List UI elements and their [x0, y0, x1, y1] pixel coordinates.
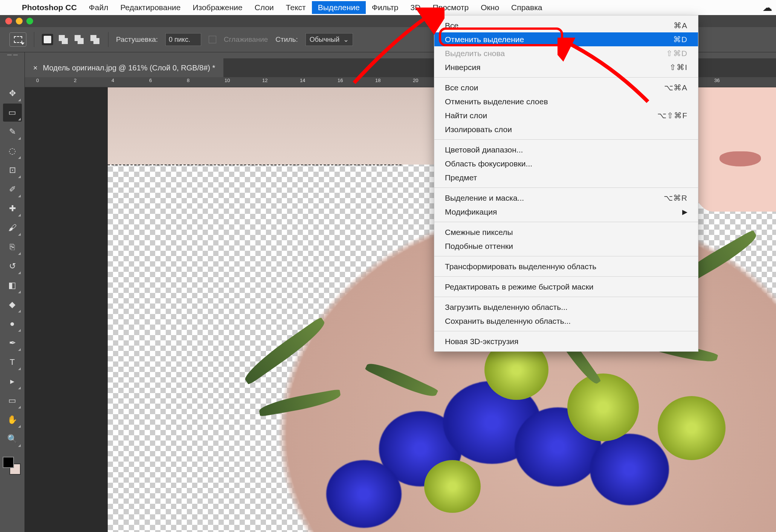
- marquee-icon: [14, 36, 22, 43]
- dodge-tool[interactable]: ●: [3, 315, 22, 333]
- menu-shortcut: ⌘A: [674, 21, 687, 30]
- menu-shortcut: ⌥⇧⌘F: [657, 111, 687, 120]
- menu-item-label: Область фокусировки...: [445, 159, 532, 168]
- new-selection-mode[interactable]: [42, 34, 53, 45]
- menu-item-подобные-оттенки[interactable]: Подобные оттенки: [434, 239, 698, 253]
- menu-item-найти-слои[interactable]: Найти слои⌥⇧⌘F: [434, 108, 698, 122]
- menu-item-редактировать-в-режиме-быстрой-маски[interactable]: Редактировать в режиме быстрой маски: [434, 280, 698, 294]
- foreground-color-swatch[interactable]: [3, 457, 14, 468]
- menu-shortcut: ⇧⌘I: [669, 63, 687, 72]
- eraser-tool-icon: ◧: [8, 280, 16, 290]
- window-minimize-button[interactable]: [16, 18, 23, 24]
- menu-item-все-слои[interactable]: Все слои⌥⌘A: [434, 81, 698, 95]
- menu-item-label: Выделение и маска...: [445, 194, 524, 203]
- menu-separator: [434, 331, 698, 331]
- menu-item-область-фокусировки...[interactable]: Область фокусировки...: [434, 157, 698, 171]
- app-name[interactable]: Photoshop CC: [16, 1, 83, 14]
- window-zoom-button[interactable]: [26, 18, 33, 24]
- document-title: Модель оригинал.jpg @ 161% (Слой 0, RGB/…: [43, 64, 215, 72]
- menu-item-изолировать-слои[interactable]: Изолировать слои: [434, 122, 698, 136]
- menu-item-предмет[interactable]: Предмет: [434, 171, 698, 184]
- menu-item-загрузить-выделенную-область...[interactable]: Загрузить выделенную область...: [434, 300, 698, 314]
- menu-item-трансформировать-выделенную-область[interactable]: Трансформировать выделенную область: [434, 259, 698, 273]
- close-tab-icon[interactable]: ×: [33, 64, 38, 72]
- ruler-tick: 18: [375, 78, 380, 83]
- selection-menu-dropdown: Все⌘AОтменить выделение⌘DВыделить снова⇧…: [434, 15, 698, 352]
- menu-item-инверсия[interactable]: Инверсия⇧⌘I: [434, 60, 698, 74]
- eraser-tool[interactable]: ◧: [3, 276, 22, 294]
- path-select-tool[interactable]: ▸: [3, 372, 22, 390]
- shape-tool[interactable]: ▭: [3, 392, 22, 410]
- menu-separator: [434, 187, 698, 188]
- marquee-tool[interactable]: ▭: [3, 104, 22, 122]
- intersect-selection-mode[interactable]: [89, 34, 101, 45]
- menu-item-label: Трансформировать выделенную область: [445, 262, 596, 271]
- menu-item-label: Сохранить выделенную область...: [445, 317, 571, 326]
- tool-preset-picker[interactable]: [9, 32, 26, 47]
- menu-separator: [434, 276, 698, 277]
- quick-select-tool[interactable]: ◌: [3, 142, 22, 160]
- stamp-tool[interactable]: ⎘: [3, 238, 22, 256]
- ruler-tick: 12: [262, 78, 267, 83]
- crop-tool-icon: ⊡: [9, 165, 16, 175]
- menu-item-новая-3d-экструзия[interactable]: Новая 3D-экструзия: [434, 334, 698, 348]
- crop-tool[interactable]: ⊡: [3, 161, 22, 179]
- menu-item-label: Отменить выделение слоев: [445, 97, 548, 106]
- menu-текст[interactable]: Текст: [280, 1, 312, 14]
- eyedropper-tool[interactable]: ✐: [3, 180, 22, 198]
- style-value: Обычный: [310, 36, 340, 44]
- move-tool[interactable]: ✥: [3, 84, 22, 102]
- cc-sync-icon[interactable]: ☁: [762, 2, 772, 14]
- menu-separator: [434, 139, 698, 140]
- menu-item-отменить-выделение-слоев[interactable]: Отменить выделение слоев: [434, 95, 698, 108]
- pen-tool[interactable]: ✒: [3, 334, 22, 352]
- menu-item-смежные-пикселы[interactable]: Смежные пикселы: [434, 225, 698, 239]
- menu-окно[interactable]: Окно: [475, 1, 505, 14]
- add-selection-mode[interactable]: [58, 34, 69, 45]
- menu-выделение[interactable]: Выделение: [312, 1, 366, 14]
- lasso-tool[interactable]: ✎: [3, 123, 22, 141]
- toolbox: ✥▭✎◌⊡✐✚🖌⎘↺◧◆●✒T▸▭✋🔍: [0, 52, 25, 532]
- menu-item-выделение-и-маска...[interactable]: Выделение и маска...⌥⌘R: [434, 191, 698, 205]
- menu-separator: [434, 256, 698, 256]
- healing-tool[interactable]: ✚: [3, 200, 22, 218]
- menu-item-все[interactable]: Все⌘A: [434, 18, 698, 32]
- history-brush-tool[interactable]: ↺: [3, 257, 22, 275]
- menu-редактирование[interactable]: Редактирование: [114, 1, 186, 14]
- style-select[interactable]: Обычный ⌄: [306, 33, 353, 46]
- menu-просмотр[interactable]: Просмотр: [426, 1, 475, 14]
- antialias-label: Сглаживание: [224, 35, 268, 44]
- feather-input[interactable]: [165, 33, 201, 46]
- paint-bucket-tool[interactable]: ◆: [3, 296, 22, 314]
- menu-item-label: Предмет: [445, 173, 477, 182]
- zoom-tool-icon: 🔍: [7, 434, 17, 444]
- move-tool-icon: ✥: [9, 88, 16, 98]
- type-tool[interactable]: T: [3, 353, 22, 371]
- mac-menubar: Photoshop CC ФайлРедактированиеИзображен…: [0, 0, 776, 15]
- stamp-tool-icon: ⎘: [10, 242, 15, 252]
- ruler-tick: 6: [149, 78, 152, 83]
- menu-слои[interactable]: Слои: [249, 1, 280, 14]
- zoom-tool[interactable]: 🔍: [3, 430, 22, 448]
- menu-item-label: Цветовой диапазон...: [445, 145, 523, 154]
- menu-item-цветовой-диапазон...[interactable]: Цветовой диапазон...: [434, 143, 698, 157]
- menu-изображение[interactable]: Изображение: [186, 1, 248, 14]
- window-close-button[interactable]: [5, 18, 12, 24]
- menu-separator: [434, 222, 698, 222]
- hand-tool[interactable]: ✋: [3, 411, 22, 429]
- subtract-selection-mode[interactable]: [73, 34, 85, 45]
- menu-3d[interactable]: 3D: [405, 1, 427, 14]
- menu-справка[interactable]: Справка: [505, 1, 548, 14]
- menu-файл[interactable]: Файл: [83, 1, 115, 14]
- menu-item-модификация[interactable]: Модификация▶: [434, 205, 698, 219]
- menu-shortcut: ⌥⌘R: [664, 194, 687, 203]
- brush-tool[interactable]: 🖌: [3, 219, 22, 237]
- document-tab[interactable]: × Модель оригинал.jpg @ 161% (Слой 0, RG…: [25, 58, 223, 77]
- menu-item-отменить-выделение[interactable]: Отменить выделение⌘D: [434, 32, 698, 46]
- menu-фильтр[interactable]: Фильтр: [366, 1, 405, 14]
- menu-item-сохранить-выделенную-область...[interactable]: Сохранить выделенную область...: [434, 314, 698, 328]
- fg-bg-colors[interactable]: [3, 457, 22, 478]
- menu-item-label: Смежные пикселы: [445, 228, 513, 237]
- toolbox-grip-icon[interactable]: [5, 55, 20, 58]
- menu-separator: [434, 297, 698, 297]
